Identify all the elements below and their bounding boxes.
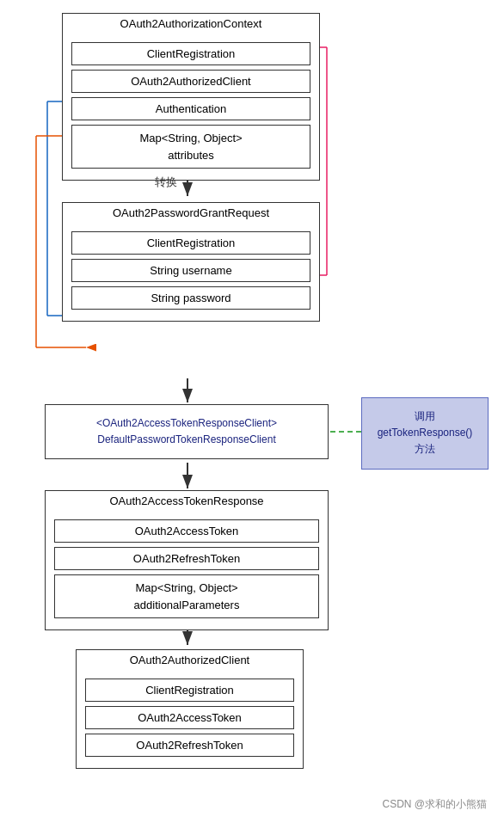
refresh-token-2: OAuth2RefreshToken bbox=[85, 734, 294, 757]
access-token-response-box: OAuth2AccessTokenResponse OAuth2AccessTo… bbox=[45, 490, 329, 630]
grant-request-box: OAuth2PasswordGrantRequest ClientRegistr… bbox=[62, 202, 320, 322]
access-token: OAuth2AccessToken bbox=[54, 519, 319, 543]
convert-label: 转换 bbox=[155, 175, 177, 190]
auth-context-box: OAuth2AuthorizationContext ClientRegistr… bbox=[62, 13, 320, 181]
string-username: String username bbox=[71, 259, 310, 282]
string-password: String password bbox=[71, 286, 310, 310]
access-token-2: OAuth2AccessToken bbox=[85, 706, 294, 729]
authorized-client-ref: OAuth2AuthorizedClient bbox=[71, 70, 310, 93]
refresh-token: OAuth2RefreshToken bbox=[54, 547, 319, 570]
authentication-field: Authentication bbox=[71, 97, 310, 120]
grant-request-title: OAuth2PasswordGrantRequest bbox=[63, 203, 319, 223]
token-client-box: <OAuth2AccessTokenResponseClient>Default… bbox=[45, 404, 329, 459]
call-box-title: 调用getTokenResponse()方法 bbox=[371, 405, 479, 462]
token-client-title: <OAuth2AccessTokenResponseClient>Default… bbox=[54, 412, 319, 451]
authorized-client-title: OAuth2AuthorizedClient bbox=[77, 650, 303, 670]
auth-context-title: OAuth2AuthorizationContext bbox=[63, 14, 319, 34]
diagram-container: OAuth2AuthorizationContext ClientRegistr… bbox=[0, 0, 504, 829]
client-registration-3: ClientRegistration bbox=[85, 679, 294, 702]
authorized-client-box: OAuth2AuthorizedClient ClientRegistratio… bbox=[76, 649, 304, 769]
client-registration-2: ClientRegistration bbox=[71, 231, 310, 255]
map-attributes: Map<String, Object>attributes bbox=[71, 125, 310, 169]
watermark: CSDN @求和的小熊猫 bbox=[382, 797, 487, 812]
client-registration-1: ClientRegistration bbox=[71, 42, 310, 65]
additional-params: Map<String, Object>additionalParameters bbox=[54, 574, 319, 618]
access-token-response-title: OAuth2AccessTokenResponse bbox=[46, 491, 328, 511]
call-box: 调用getTokenResponse()方法 bbox=[361, 397, 489, 470]
